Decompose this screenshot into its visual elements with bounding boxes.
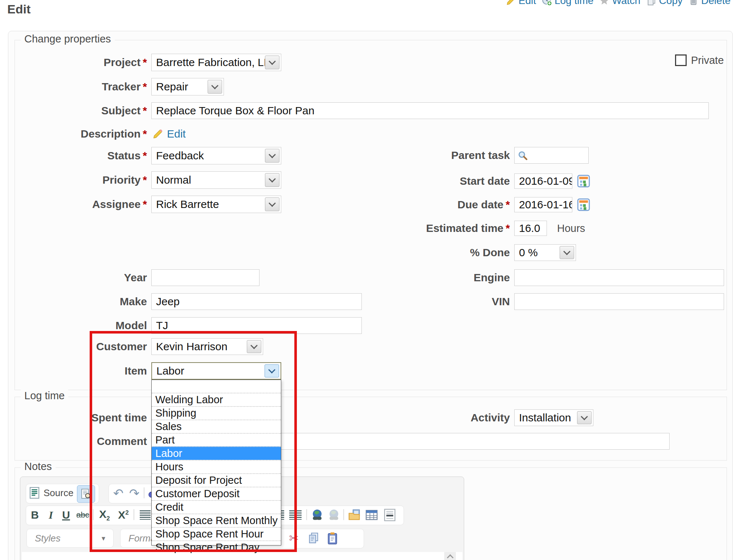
star-icon	[599, 0, 609, 6]
dropdown-option[interactable]	[152, 380, 281, 393]
dropdown-option[interactable]: Part	[152, 433, 281, 446]
due-date-input[interactable]: 2016-01-16	[514, 197, 572, 212]
estimated-time-input[interactable]: 16.0	[514, 221, 547, 236]
table-icon	[365, 508, 379, 522]
image-icon	[347, 508, 361, 522]
log-time-legend: Log time	[21, 390, 68, 402]
calendar-icon[interactable]	[577, 175, 590, 188]
dropdown-option[interactable]: Customer Deposit	[152, 487, 281, 500]
make-input[interactable]: Jeep	[151, 293, 362, 310]
link-button[interactable]	[309, 507, 325, 523]
chevron-down-icon[interactable]	[265, 364, 279, 377]
project-select[interactable]: Barrette Fabrication, LLC	[151, 54, 281, 71]
log-time-link[interactable]: Log time	[542, 0, 593, 7]
chevron-down-icon[interactable]	[265, 149, 279, 163]
image-button[interactable]	[346, 507, 362, 523]
editor-scrollbar[interactable]	[444, 552, 456, 560]
description-edit-link[interactable]: Edit	[167, 128, 186, 140]
start-date-input[interactable]: 2016-01-09	[514, 173, 572, 189]
subject-input[interactable]: Replace Torque Box & Floor Pan	[151, 102, 709, 119]
chevron-down-icon[interactable]	[560, 246, 574, 259]
dropdown-option-selected[interactable]: Labor	[152, 446, 281, 460]
undo-button[interactable]: ↶	[110, 485, 126, 501]
superscript-icon: X2	[118, 509, 128, 521]
percent-done-select[interactable]: 0 %	[514, 244, 576, 261]
redo-button[interactable]: ↷	[126, 485, 142, 501]
year-input[interactable]	[151, 269, 259, 286]
copy-link[interactable]: Copy	[646, 0, 683, 7]
dropdown-option[interactable]: Shop Space Rent Monthly	[152, 514, 281, 527]
watch-link[interactable]: Watch	[599, 0, 640, 7]
vin-label: VIN	[377, 293, 510, 310]
paste-button[interactable]	[324, 530, 340, 546]
dropdown-option[interactable]: Credit	[152, 500, 281, 514]
activity-label: Activity	[377, 409, 510, 426]
chevron-down-icon[interactable]	[577, 411, 592, 424]
copy-button[interactable]	[306, 530, 322, 546]
toolbar-divider	[93, 509, 94, 520]
item-select[interactable]: Labor	[151, 362, 281, 380]
unlink-icon	[327, 508, 340, 522]
delete-link[interactable]: Delete	[688, 0, 731, 7]
percent-done-label: % Done	[377, 244, 510, 261]
chevron-down-icon[interactable]	[265, 56, 279, 69]
assignee-label: Assignee*	[15, 196, 147, 213]
item-dropdown-list: Welding Labor Shipping Sales Part Labor …	[151, 380, 281, 545]
bold-button[interactable]: B	[27, 507, 43, 523]
tracker-select[interactable]: Repair	[151, 78, 224, 95]
customer-label: Customer	[15, 338, 147, 355]
dropdown-option[interactable]: Shop Space Rent Hour	[152, 527, 281, 540]
item-label: Item	[15, 362, 147, 380]
numbered-list-icon	[140, 510, 151, 520]
vin-input[interactable]	[514, 293, 724, 310]
edit-link[interactable]: Edit	[506, 0, 536, 7]
chevron-down-icon[interactable]	[208, 80, 222, 94]
justify-block-button[interactable]	[287, 507, 303, 523]
subscript-button[interactable]: X2	[97, 507, 113, 523]
status-label: Status*	[15, 147, 147, 164]
chevron-down-icon[interactable]	[265, 197, 279, 211]
justify-block-icon	[289, 510, 302, 520]
activity-select[interactable]: Installation	[514, 409, 593, 426]
underline-button[interactable]: U	[58, 507, 74, 523]
source-button[interactable]: Source	[29, 487, 73, 499]
status-select[interactable]: Feedback	[151, 147, 281, 164]
assignee-select[interactable]: Rick Barrette	[151, 196, 281, 213]
calendar-icon[interactable]	[577, 198, 590, 211]
dropdown-option[interactable]: Deposit for Project	[152, 473, 281, 487]
private-checkbox[interactable]	[675, 54, 687, 66]
model-input[interactable]: TJ	[151, 317, 362, 334]
issue-action-bar: Edit Log time Watch Copy Delete	[506, 0, 731, 7]
priority-select[interactable]: Normal	[151, 171, 281, 189]
toolbar-divider	[343, 509, 344, 520]
priority-label: Priority*	[15, 171, 147, 189]
description-edit-row: Edit	[152, 126, 186, 142]
pencil-icon	[506, 0, 516, 6]
chevron-down-icon[interactable]	[247, 340, 261, 353]
bold-icon: B	[31, 509, 39, 521]
engine-input[interactable]	[514, 269, 724, 286]
dropdown-option[interactable]: Shop Space Rent Day	[152, 540, 281, 554]
engine-label: Engine	[377, 269, 510, 286]
unlink-button[interactable]	[326, 507, 342, 523]
paste-clipboard-icon	[327, 532, 338, 545]
dropdown-option[interactable]: Sales	[152, 420, 281, 433]
parent-task-input[interactable]	[514, 147, 589, 164]
dropdown-option[interactable]: Hours	[152, 460, 281, 473]
cut-button[interactable]: ✂	[286, 530, 302, 546]
description-label: Description*	[15, 126, 147, 142]
trash-icon	[688, 0, 699, 6]
superscript-button[interactable]: X2	[115, 507, 131, 523]
horizontal-rule-button[interactable]	[382, 507, 398, 523]
numbered-list-button[interactable]	[137, 507, 153, 523]
page-title: Edit	[7, 2, 30, 16]
chevron-down-icon[interactable]	[265, 173, 279, 187]
dropdown-option[interactable]: Welding Labor	[152, 393, 281, 406]
styles-dropdown[interactable]: Styles▾	[26, 529, 114, 548]
dropdown-option[interactable]: Shipping	[152, 406, 281, 420]
customer-select[interactable]: Kevin Harrison	[151, 338, 263, 355]
italic-button[interactable]: I	[43, 507, 59, 523]
strikethrough-button[interactable]: abc	[75, 507, 91, 523]
table-button[interactable]	[364, 507, 380, 523]
preview-button[interactable]	[77, 485, 95, 503]
